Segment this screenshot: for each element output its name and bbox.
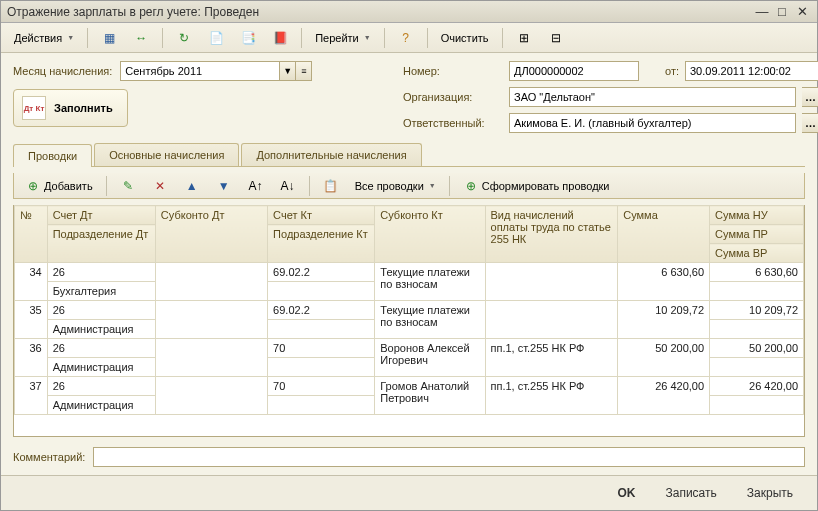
resp-label: Ответственный: — [403, 117, 503, 129]
titlebar: Отражение зарплаты в регл учете: Проведе… — [1, 1, 817, 23]
table-row[interactable]: 372670Громов Анатолий Петровичпп.1, ст.2… — [15, 377, 804, 396]
save-button[interactable]: ↔ — [126, 26, 156, 50]
col-sum-pr[interactable]: Сумма ПР — [710, 225, 804, 244]
col-kt-acc[interactable]: Счет Кт — [268, 206, 375, 225]
resp-field[interactable]: Акимова Е. И. (главный бухгалтер) — [509, 113, 796, 133]
number-label: Номер: — [403, 65, 503, 77]
move-up-icon[interactable]: ▲ — [177, 174, 207, 198]
tab-additional[interactable]: Дополнительные начисления — [241, 143, 421, 166]
close-icon[interactable]: ✕ — [793, 4, 811, 20]
actions-menu[interactable]: Действия▼ — [7, 28, 81, 48]
refresh-button[interactable]: ↻ — [169, 26, 199, 50]
document-icon1[interactable]: 📄 — [201, 26, 231, 50]
fill-icon: Дт Кт — [22, 96, 46, 120]
post-document-button[interactable]: ▦ — [94, 26, 124, 50]
col-sum[interactable]: Сумма — [618, 206, 710, 263]
button-bar: OK Записать Закрыть — [1, 475, 817, 510]
minimize-icon[interactable]: — — [753, 4, 771, 20]
grid[interactable]: № Счет Дт Субконто Дт Счет Кт Субконто К… — [13, 205, 805, 437]
table-row[interactable]: 352669.02.2Текущие платежи по взносам10 … — [15, 301, 804, 320]
comment-input[interactable] — [93, 447, 805, 467]
col-kt-dept[interactable]: Подразделение Кт — [268, 225, 375, 263]
col-kt-sub[interactable]: Субконто Кт — [375, 206, 485, 263]
sort-desc-icon[interactable]: A↓ — [273, 174, 303, 198]
from-label: от: — [665, 65, 679, 77]
org-field[interactable]: ЗАО "Дельтаон" — [509, 87, 796, 107]
maximize-icon[interactable]: □ — [773, 4, 791, 20]
document-icon3[interactable]: 📕 — [265, 26, 295, 50]
ok-button[interactable]: OK — [608, 482, 646, 504]
document-icon2[interactable]: 📑 — [233, 26, 263, 50]
clear-button[interactable]: Очистить — [434, 28, 496, 48]
col-sum-nu[interactable]: Сумма НУ — [710, 206, 804, 225]
month-label: Месяц начисления: — [13, 65, 112, 77]
comment-label: Комментарий: — [13, 451, 85, 463]
form-entries-button[interactable]: ⊕Сформировать проводки — [456, 174, 617, 198]
help-button[interactable]: ? — [391, 26, 421, 50]
close-button[interactable]: Закрыть — [737, 482, 803, 504]
settings-icon2[interactable]: ⊟ — [541, 26, 571, 50]
fill-button[interactable]: Дт Кт Заполнить — [13, 89, 128, 127]
copy-icon[interactable]: 📋 — [316, 174, 346, 198]
col-calc[interactable]: Вид начислений оплаты труда по статье 25… — [485, 206, 618, 263]
main-toolbar: Действия▼ ▦ ↔ ↻ 📄 📑 📕 Перейти▼ ? Очистит… — [1, 23, 817, 53]
resp-ellipsis-button[interactable]: … — [802, 113, 818, 133]
tab-basic[interactable]: Основные начисления — [94, 143, 239, 166]
grid-toolbar: ⊕Добавить ✎ ✕ ▲ ▼ A↑ A↓ 📋 Все проводки▼ … — [13, 173, 805, 199]
number-field[interactable]: ДЛ000000002 — [509, 61, 639, 81]
table-row[interactable]: 362670Воронов Алексей Игоревичпп.1, ст.2… — [15, 339, 804, 358]
edit-icon[interactable]: ✎ — [113, 174, 143, 198]
col-n[interactable]: № — [15, 206, 48, 263]
window: Отражение зарплаты в регл учете: Проведе… — [0, 0, 818, 511]
delete-icon[interactable]: ✕ — [145, 174, 175, 198]
col-dt-dept[interactable]: Подразделение Дт — [47, 225, 155, 263]
col-dt-acc[interactable]: Счет Дт — [47, 206, 155, 225]
tab-entries[interactable]: Проводки — [13, 144, 92, 167]
add-row-button[interactable]: ⊕Добавить — [18, 174, 100, 198]
window-title: Отражение зарплаты в регл учете: Проведе… — [7, 5, 751, 19]
month-stepper-button[interactable]: ≡ — [296, 61, 312, 81]
form-area: Месяц начисления: ▼ ≡ Дт Кт Заполнить — [1, 53, 817, 475]
month-input[interactable] — [120, 61, 280, 81]
table-row[interactable]: 342669.02.2Текущие платежи по взносам6 6… — [15, 263, 804, 282]
save-button-bottom[interactable]: Записать — [656, 482, 727, 504]
tabs: Проводки Основные начисления Дополнитель… — [13, 143, 805, 167]
month-dropdown-button[interactable]: ▼ — [280, 61, 296, 81]
org-label: Организация: — [403, 91, 503, 103]
goto-menu[interactable]: Перейти▼ — [308, 28, 378, 48]
all-entries-button[interactable]: Все проводки▼ — [348, 176, 443, 196]
col-dt-sub[interactable]: Субконто Дт — [155, 206, 267, 263]
settings-icon1[interactable]: ⊞ — [509, 26, 539, 50]
move-down-icon[interactable]: ▼ — [209, 174, 239, 198]
date-field[interactable]: 30.09.2011 12:00:02 — [685, 61, 818, 81]
sort-asc-icon[interactable]: A↑ — [241, 174, 271, 198]
col-sum-vr[interactable]: Сумма ВР — [710, 244, 804, 263]
org-ellipsis-button[interactable]: … — [802, 87, 818, 107]
